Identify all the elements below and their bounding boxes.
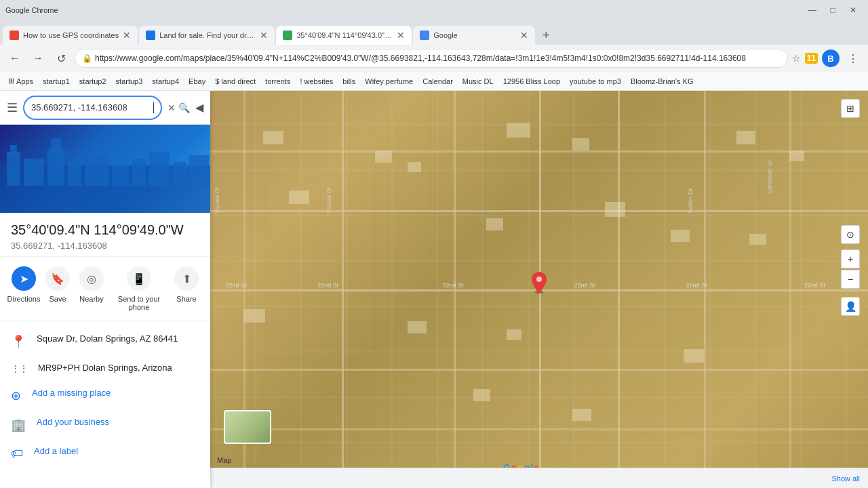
minimize-button[interactable]: —	[803, 3, 822, 17]
bookmarks-bar: ⊞ Apps startup1 startup2 startup3 startu…	[0, 72, 868, 91]
address-box[interactable]: 🔒 https://www.google.com/maps/place/35%4…	[75, 49, 788, 68]
share-button[interactable]: ⬆ Share	[170, 266, 203, 311]
add-business-label: Add your business	[37, 417, 109, 427]
bookmark-startup2[interactable]: startup2	[77, 76, 109, 87]
nearby-button[interactable]: ◎ Nearby	[75, 266, 108, 311]
back-button[interactable]: ←	[5, 49, 24, 68]
structure-15	[507, 329, 521, 340]
reload-button[interactable]: ↺	[52, 49, 71, 68]
hamburger-button[interactable]: ☰	[7, 100, 18, 115]
search-input-box[interactable]: 35.669271, -114.163608	[23, 96, 162, 120]
structure-5	[572, 138, 589, 150]
add-business-item[interactable]: 🏢 Add your business	[0, 410, 210, 439]
search-actions: ✕ 🔍	[167, 102, 190, 113]
tab-3-close[interactable]: ✕	[397, 30, 405, 41]
title-bar: Google Chrome — □ ✕	[0, 0, 868, 20]
street-view-button[interactable]: 👤	[841, 297, 860, 316]
bookmark-perfume[interactable]: Wifey perfume	[362, 76, 416, 87]
lock-icon: 🔒	[82, 54, 92, 63]
add-label-item[interactable]: 🏷 Add a label	[0, 439, 210, 468]
layers-button[interactable]: ⊞	[841, 99, 860, 118]
location-target-button[interactable]: ⊙	[841, 225, 860, 244]
close-button[interactable]: ✕	[844, 3, 863, 17]
zoom-out-button[interactable]: −	[841, 270, 860, 289]
save-button[interactable]: 🔖 Save	[41, 266, 75, 311]
search-clear-button[interactable]: ✕	[167, 102, 176, 113]
road-label-22nd-st-4: 22nd St	[572, 281, 597, 289]
new-tab-button[interactable]: +	[536, 26, 555, 45]
bookmark-startup4[interactable]: startup4	[149, 76, 182, 87]
bookmark-startup3[interactable]: startup3	[113, 76, 146, 87]
bookmark-startup1[interactable]: startup1	[40, 76, 73, 87]
location-coords: 35.669271, -114.163608	[11, 241, 199, 251]
tab-4-close[interactable]: ✕	[520, 30, 528, 41]
show-all-button[interactable]: Show all	[831, 474, 860, 483]
share-icon: ⬆	[174, 266, 199, 291]
share-label: Share	[176, 295, 196, 303]
plus-code-item[interactable]: ⋮⋮ MR9P+PH Dolan Springs, Arizona	[0, 356, 210, 381]
add-label-text: Add a label	[34, 446, 78, 456]
bookmark-torrents[interactable]: torrents	[262, 76, 293, 87]
bookmark-ebay[interactable]: Ebay	[186, 76, 208, 87]
bookmark-music[interactable]: Music DL	[460, 76, 496, 87]
svg-rect-4	[47, 148, 64, 186]
bookmark-land-direct[interactable]: $ land direct	[212, 76, 258, 87]
tab-3-label: 35°40'09.4"N 114°09'43.0"W - G...	[296, 31, 393, 39]
menu-button[interactable]: ⋮	[844, 49, 863, 68]
road-label-22nd-st-6: 22nd St	[802, 281, 827, 289]
address-item[interactable]: 📍 Squaw Dr, Dolan Springs, AZ 86441	[0, 327, 210, 356]
structure-8	[289, 190, 309, 204]
nearby-label: Nearby	[79, 295, 103, 303]
svg-rect-7	[85, 155, 108, 186]
maximize-button[interactable]: □	[823, 3, 842, 17]
directions-button[interactable]: ➤ Directions	[7, 266, 41, 311]
structure-12	[749, 234, 766, 245]
bookmark-calendar[interactable]: Calendar	[420, 76, 456, 87]
search-cursor	[153, 102, 154, 113]
structure-10	[605, 202, 625, 217]
map-marker[interactable]	[532, 272, 547, 293]
tab-1-label: How to use GPS coordinates	[23, 31, 119, 39]
structure-16	[684, 349, 704, 363]
tab-1[interactable]: How to use GPS coordinates ✕	[3, 26, 138, 45]
star-icon[interactable]: ☆	[792, 53, 801, 64]
add-missing-place-item[interactable]: ⊕ Add a missing place	[0, 381, 210, 410]
left-panel: ☰ 35.669271, -114.163608 ✕ 🔍 ◀	[0, 91, 210, 488]
bookmark-bills[interactable]: bills	[340, 76, 358, 87]
info-list: 📍 Squaw Dr, Dolan Springs, AZ 86441 ⋮⋮ M…	[0, 321, 210, 488]
send-to-phone-button[interactable]: 📱 Send to your phone	[108, 266, 170, 311]
svg-rect-11	[173, 162, 186, 186]
address-bar-row: ← → ↺ 🔒 https://www.google.com/maps/plac…	[0, 45, 868, 72]
structure-13	[243, 309, 265, 323]
bookmark-youtube-mp3[interactable]: youtube to mp3	[567, 76, 624, 87]
forward-button[interactable]: →	[28, 49, 47, 68]
map-type-thumbnail[interactable]	[224, 410, 271, 444]
zoom-in-button[interactable]: +	[841, 249, 860, 268]
bookmark-bloomz[interactable]: Bloomz-Brian's KG	[628, 76, 696, 87]
map-controls: + −	[841, 249, 860, 289]
tab-1-close[interactable]: ✕	[123, 30, 131, 41]
svg-rect-8	[112, 165, 129, 186]
search-submit-button[interactable]: 🔍	[178, 102, 190, 113]
structure-7	[789, 150, 804, 161]
hero-skyline-svg	[0, 125, 210, 213]
tab-4[interactable]: Google ✕	[413, 26, 535, 45]
tab-2-close[interactable]: ✕	[260, 30, 268, 41]
tab-3[interactable]: 35°40'09.4"N 114°09'43.0"W - G... ✕	[276, 26, 412, 45]
add-missing-place-label: Add a missing place	[32, 388, 111, 398]
tab-2[interactable]: Land for sale. Find your dream ... ✕	[139, 26, 275, 45]
map-container[interactable]: 22nd St 22nd St 22nd St 22nd St 22nd St …	[210, 91, 868, 488]
svg-rect-5	[51, 138, 61, 152]
svg-rect-12	[189, 155, 209, 186]
location-target-container: ⊙	[841, 225, 860, 244]
main-content: ☰ 35.669271, -114.163608 ✕ 🔍 ◀	[0, 91, 868, 488]
tab-1-favicon	[9, 30, 19, 40]
bookmark-apps[interactable]: ⊞ Apps	[5, 75, 36, 87]
bookmark-bliss[interactable]: 12956 Bliss Loop	[500, 76, 563, 87]
profile-icon[interactable]: B	[822, 49, 840, 67]
collapse-panel-button[interactable]: ◀	[195, 101, 203, 114]
road-v-5	[618, 91, 620, 488]
extension-icon-1[interactable]: 11	[805, 53, 818, 64]
tab-2-favicon	[146, 30, 155, 40]
bookmark-websites[interactable]: ! websites	[297, 76, 336, 87]
